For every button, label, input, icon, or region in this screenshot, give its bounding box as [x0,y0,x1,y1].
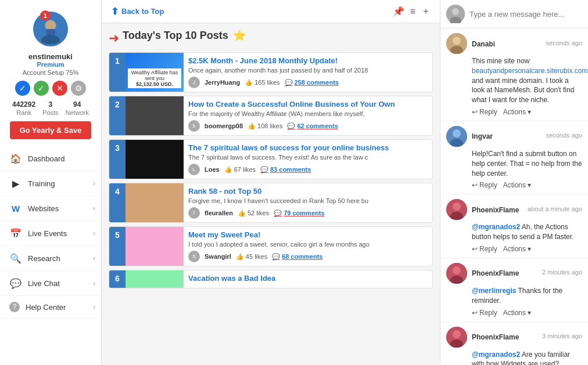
post-likes: 👍52 likes [238,209,269,217]
chat-message: Ingvar seconds ago Help!Can't find a sub… [440,121,588,194]
post-number: 4 [109,183,126,222]
post-thumbnail: Wealthy Affiliate has sent you$2,132.50 … [126,53,184,92]
mention: @mgranados2 [472,350,520,359]
posts-feed: ➜ Today's Top 10 Posts ⭐ 1 Wealthy Affil… [102,23,440,365]
post-likes: 👍67 likes [224,166,256,174]
post-number: 1 [109,53,126,92]
avatar [33,12,68,46]
sidebar-item-training[interactable]: ▶ Training › [0,171,101,196]
chat-msg-info: PhoenixFlame about a minute ago [472,205,582,214]
msg-input-avatar [446,5,465,23]
chat-actions: ↩ Reply Actions ▾ [472,245,582,253]
chat-time: 3 minutes ago [542,333,582,339]
sidebar-item-label: Help Center [26,303,66,312]
post-author: Swangirl [205,253,231,260]
sidebar-item-dashboard[interactable]: 🏠 Dashboard [0,146,101,171]
svg-point-18 [453,266,461,274]
filter-icon-button[interactable]: ≡ [410,6,415,17]
chat-message: PhoenixFlame about a minute ago @mgranad… [440,194,588,258]
chat-msg-header: PhoenixFlame about a minute ago [446,199,582,220]
chat-msg-header: PhoenixFlame 2 minutes ago [446,263,582,284]
post-body: The 7 spiritual laws of success for your… [184,140,432,179]
chat-link[interactable]: beautyandpersonalcare.siterubix.com [472,67,587,75]
pin-icon-button[interactable]: 📌 [393,6,404,17]
chat-msg-info: Ingvar seconds ago [472,132,582,140]
post-comments[interactable]: 💬68 comments [272,253,322,261]
live-chat-icon: 💬 [9,277,22,290]
post-excerpt: I told you I adopted a sweet, senior, ca… [188,241,409,248]
status-icon-red[interactable]: ✕ [52,81,67,96]
chat-msg-header: PhoenixFlame 3 minutes ago [446,327,582,348]
sidebar-item-label: Dashboard [28,154,65,163]
back-to-top-button[interactable]: ⬆ Back to Top [111,6,164,17]
posts-label: Posts [42,109,59,116]
post-meta: S Swangirl 👍45 likes 💬68 comments [188,251,428,262]
reply-button[interactable]: ↩ Reply [472,181,497,189]
actions-dropdown-button[interactable]: Actions ▾ [503,309,531,317]
chat-msg-header: Danabi seconds ago [446,33,582,54]
post-meta: L Loes 👍67 likes 💬83 comments [188,164,428,175]
mention: @merlinregis [472,287,516,295]
post-comments[interactable]: 💬79 comments [274,209,324,217]
post-number: 6 [109,270,126,288]
reply-button[interactable]: ↩ Reply [472,245,497,253]
status-icon-check[interactable]: ✓ [15,81,30,96]
svg-point-12 [453,129,461,138]
svg-point-6 [452,8,459,15]
rank-value: 442292 [12,100,35,109]
status-icon-green[interactable]: ✓ [34,81,49,96]
post-title[interactable]: $2.5K Month - June 2018 Monthly Update! [188,56,428,65]
dashboard-icon: 🏠 [9,152,22,165]
arrow-indicator: ➜ [109,31,119,46]
author-avatar: S [188,251,200,262]
post-title[interactable]: The 7 spiritual laws of success for your… [188,143,428,152]
sidebar-item-research[interactable]: 🔍 Research › [0,246,101,271]
go-yearly-button[interactable]: Go Yearly & Save [10,121,91,139]
actions-dropdown-button[interactable]: Actions ▾ [503,181,531,189]
rank-item: 442292 Rank [12,100,35,117]
actions-dropdown-button[interactable]: Actions ▾ [503,245,531,253]
chat-avatar [446,126,467,147]
post-body: $2.5K Month - June 2018 Monthly Update! … [184,53,432,92]
post-comments[interactable]: 💬258 comments [285,79,339,86]
post-item: 6 Vacation was a Bad Idea [109,270,433,288]
chat-username: PhoenixFlame [472,269,519,277]
post-title[interactable]: How to Create a Successful Online Busine… [188,100,428,109]
svg-point-9 [453,37,461,45]
sidebar-item-help-center[interactable]: ? Help Center › [0,296,101,319]
author-avatar: f [188,207,200,219]
post-thumbnail [126,270,184,288]
post-item: 5 Meet my Sweet Pea! I told you I adopte… [109,226,433,266]
post-title[interactable]: Vacation was a Bad Idea [188,274,428,283]
chevron-icon: › [93,254,95,262]
main-topbar: ⬆ Back to Top 📌 ≡ ＋ [102,0,440,23]
chat-avatar [446,199,467,220]
add-icon-button[interactable]: ＋ [421,5,431,17]
sidebar-item-live-events[interactable]: 📅 Live Events › [0,221,101,246]
post-title[interactable]: Rank 58 - not Top 50 [188,187,428,196]
post-likes: 👍108 likes [248,122,282,130]
post-item: 4 Rank 58 - not Top 50 Forgive me, I kno… [109,183,433,223]
post-excerpt: For the majority of Wealthy Affiliate (W… [188,110,409,117]
status-icon-lock[interactable]: ⚙ [71,81,86,96]
post-comments[interactable]: 💬62 comments [287,122,338,130]
chat-avatar [446,263,467,284]
author-avatar: J [188,77,200,88]
premium-label: Premium [37,61,64,68]
post-thumbnail [126,140,184,179]
post-thumbnail [126,96,184,135]
reply-button[interactable]: ↩ Reply [472,309,497,317]
sidebar-item-label: Websites [28,204,59,213]
post-comments[interactable]: 💬83 comments [260,166,311,174]
post-title[interactable]: Meet my Sweet Pea! [188,230,428,239]
chat-msg-text: Help!Can't find a submit button on help … [472,149,582,178]
post-number: 3 [109,140,126,179]
message-input[interactable] [469,10,582,19]
chat-avatar [446,327,467,348]
reply-button[interactable]: ↩ Reply [472,108,497,116]
back-to-top-label: Back to Top [121,7,164,16]
actions-dropdown-button[interactable]: Actions ▾ [503,108,531,116]
sidebar-item-live-chat[interactable]: 💬 Live Chat › [0,271,101,296]
sidebar-item-websites[interactable]: W Websites › [0,196,101,221]
network-label: Network [66,109,89,116]
